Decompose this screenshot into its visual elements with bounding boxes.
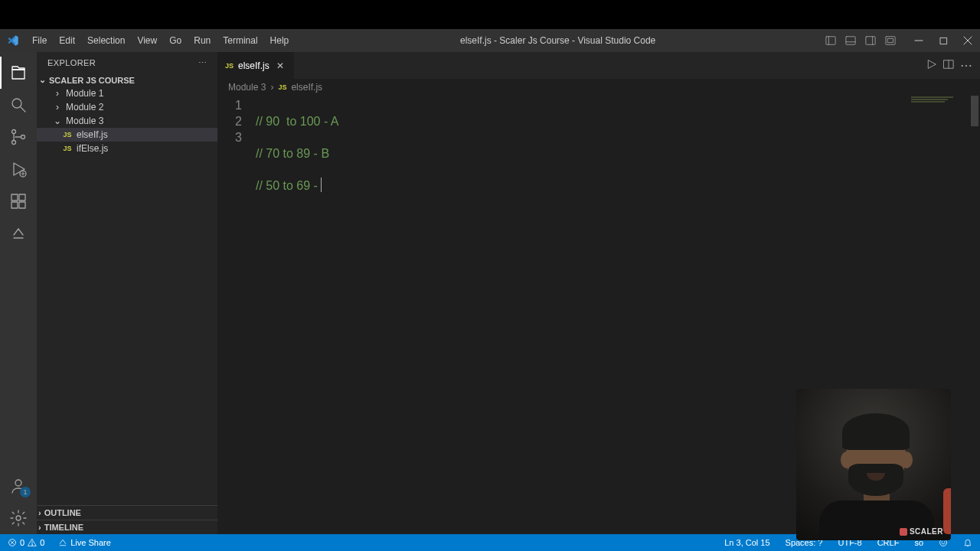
- text-cursor: [321, 178, 322, 192]
- chevron-down-icon: ⌄: [54, 116, 61, 126]
- project-name: SCALER JS COURSE: [49, 76, 135, 85]
- svg-line-13: [21, 107, 25, 112]
- svg-point-14: [12, 130, 16, 134]
- status-problems[interactable]: 0 0: [5, 538, 47, 547]
- chevron-right-icon: ›: [54, 102, 61, 112]
- explorer-label: EXPLORER: [47, 58, 96, 67]
- svg-rect-4: [866, 37, 875, 45]
- code-line: // 70 to 89 - B: [256, 147, 329, 160]
- warning-count: 0: [40, 538, 44, 547]
- menu-edit[interactable]: Edit: [53, 35, 81, 46]
- status-live-share[interactable]: Live Share: [55, 538, 114, 547]
- webcam-overlay: SCALER: [796, 389, 951, 540]
- menu-run[interactable]: Run: [188, 35, 217, 46]
- outline-section[interactable]: › OUTLINE: [37, 505, 217, 520]
- svg-rect-20: [19, 194, 25, 201]
- svg-rect-19: [11, 194, 18, 201]
- run-file-icon[interactable]: [926, 59, 937, 73]
- line-number: 3: [217, 129, 242, 145]
- menu-go[interactable]: Go: [163, 35, 188, 46]
- breadcrumb-folder[interactable]: Module 3: [228, 82, 266, 93]
- folder-module1[interactable]: › Module 1: [37, 86, 217, 100]
- layout-customize-icon[interactable]: [880, 29, 900, 52]
- svg-point-24: [16, 516, 21, 520]
- tab-close-icon[interactable]: ✕: [274, 60, 286, 72]
- breadcrumb-file[interactable]: elseIf.js: [291, 82, 322, 93]
- split-editor-icon[interactable]: [943, 59, 954, 73]
- status-cursor[interactable]: Ln 3, Col 15: [721, 538, 773, 547]
- chevron-right-icon: ›: [38, 523, 41, 532]
- scaler-logo: SCALER: [900, 527, 943, 536]
- folder-label: Module 2: [66, 102, 103, 112]
- folder-module2[interactable]: › Module 2: [37, 100, 217, 114]
- vscode-logo-icon: [0, 34, 26, 47]
- chevron-right-icon: ›: [270, 82, 273, 93]
- live-share-icon[interactable]: [0, 217, 37, 249]
- timeline-label: TIMELINE: [44, 523, 83, 532]
- close-button[interactable]: [956, 29, 980, 52]
- line-gutter: 1 2 3: [217, 96, 256, 534]
- svg-rect-9: [940, 37, 946, 44]
- tab-more-icon[interactable]: ⋯: [960, 58, 972, 73]
- live-share-label: Live Share: [70, 538, 111, 547]
- svg-point-15: [12, 141, 16, 145]
- line-number: 2: [217, 113, 242, 129]
- status-bell-icon[interactable]: [960, 538, 975, 547]
- breadcrumbs[interactable]: Module 3 › JS elseIf.js: [217, 79, 980, 96]
- js-file-icon: JS: [225, 62, 234, 70]
- settings-gear-icon[interactable]: [0, 502, 37, 534]
- maximize-button[interactable]: [931, 29, 956, 52]
- svg-rect-22: [19, 202, 25, 208]
- js-file-icon: JS: [63, 144, 72, 153]
- file-elseif[interactable]: JS elseIf.js: [37, 128, 217, 142]
- file-label: elseIf.js: [77, 129, 108, 140]
- chevron-down-icon: ⌄: [38, 75, 46, 85]
- folder-module3[interactable]: ⌄ Module 3: [37, 114, 217, 128]
- panel-left-icon[interactable]: [821, 29, 841, 52]
- run-debug-icon[interactable]: [0, 153, 37, 185]
- menu-file[interactable]: File: [26, 35, 53, 46]
- editor-tabs: JS elseIf.js ✕ ⋯: [217, 52, 980, 79]
- search-icon[interactable]: [0, 89, 37, 121]
- tab-elseif[interactable]: JS elseIf.js ✕: [217, 52, 295, 79]
- folder-label: Module 3: [66, 116, 103, 126]
- code-line: // 50 to 69 -: [256, 179, 321, 192]
- activity-bar: 1: [0, 52, 37, 534]
- extensions-icon[interactable]: [0, 185, 37, 217]
- chevron-right-icon: ›: [54, 88, 61, 99]
- svg-point-16: [21, 135, 25, 139]
- code-line: // 90 to 100 - A: [256, 115, 339, 128]
- js-file-icon: JS: [278, 83, 286, 91]
- outline-label: OUTLINE: [44, 508, 81, 517]
- svg-rect-7: [888, 38, 893, 42]
- account-badge: 1: [20, 487, 31, 497]
- svg-rect-2: [846, 37, 855, 45]
- menu-terminal[interactable]: Terminal: [217, 35, 263, 46]
- svg-rect-0: [826, 37, 835, 45]
- explorer-more-icon[interactable]: ⋯: [198, 58, 207, 68]
- project-root[interactable]: ⌄ SCALER JS COURSE: [37, 73, 217, 86]
- file-ifelse[interactable]: JS ifElse.js: [37, 142, 217, 155]
- source-control-icon[interactable]: [0, 121, 37, 153]
- menu-help[interactable]: Help: [264, 35, 296, 46]
- menu-view[interactable]: View: [131, 35, 163, 46]
- explorer-icon[interactable]: [0, 57, 37, 89]
- titlebar: File Edit Selection View Go Run Terminal…: [0, 29, 980, 52]
- vertical-scrollbar[interactable]: [969, 96, 980, 534]
- minimize-button[interactable]: [906, 29, 931, 52]
- error-count: 0: [20, 538, 24, 547]
- file-label: ifElse.js: [77, 143, 108, 154]
- timeline-section[interactable]: › TIMELINE: [37, 520, 217, 534]
- folder-label: Module 1: [66, 88, 103, 99]
- tab-label: elseIf.js: [238, 60, 270, 71]
- panel-right-icon[interactable]: [861, 29, 880, 52]
- sidebar-explorer: EXPLORER ⋯ ⌄ SCALER JS COURSE › Module 1…: [37, 52, 217, 534]
- panel-bottom-icon[interactable]: [841, 29, 861, 52]
- menu-selection[interactable]: Selection: [81, 35, 131, 46]
- account-icon[interactable]: 1: [0, 470, 37, 502]
- window-title: elseIf.js - Scaler Js Course - Visual St…: [295, 35, 821, 46]
- js-file-icon: JS: [63, 130, 72, 139]
- chevron-right-icon: ›: [38, 508, 41, 517]
- svg-point-23: [15, 480, 21, 486]
- svg-marker-25: [929, 60, 936, 68]
